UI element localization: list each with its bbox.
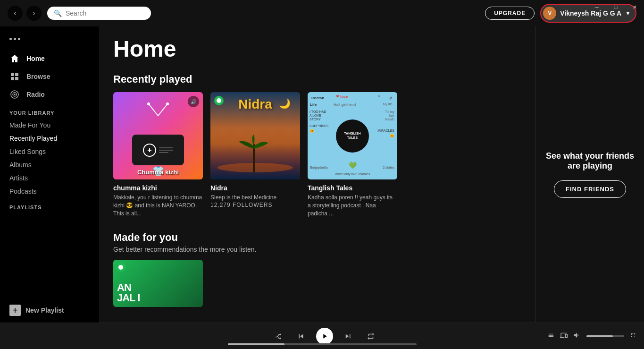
tag-lastbreath: last: [389, 114, 394, 117]
tag-speaker: 🔊: [389, 96, 393, 100]
nidra-title-art: Nidra: [238, 97, 272, 112]
tag-emoji2: 😊: [390, 134, 394, 138]
back-button[interactable]: ‹: [8, 6, 23, 21]
tag-life: Life: [310, 102, 317, 107]
shuffle-button[interactable]: [271, 329, 286, 344]
card-title-nidra: Nidra: [210, 184, 300, 192]
sidebar-item-albums[interactable]: Albums: [0, 158, 99, 171]
tanglish-center-text: TANGLISHTALES: [344, 132, 360, 140]
radio-lines: [159, 147, 173, 153]
search-bar[interactable]: 🔍: [47, 7, 151, 20]
card-followers-nidra: 12,279 FOLLOWERS: [210, 202, 300, 208]
chumma-kizhi-artwork: 👕 Chumma kizhi 🔊: [113, 92, 203, 179]
maximize-button[interactable]: □: [606, 0, 625, 14]
player-right-controls: [547, 332, 636, 341]
card-tanglish-tales[interactable]: Chetan ❤ love R... 🔊 Life Half girlfrien…: [308, 92, 397, 217]
avatar: V: [543, 7, 556, 20]
card-image-chumma-kizhi: 👕 Chumma kizhi 🔊: [113, 92, 203, 179]
sidebar-item-home-label: Home: [26, 55, 45, 62]
upgrade-button[interactable]: UPGRADE: [485, 7, 535, 20]
sidebar-item-browse[interactable]: Browse: [5, 68, 94, 85]
tanglish-center: TANGLISHTALES: [336, 119, 369, 153]
recently-played-cards: 👕 Chumma kizhi 🔊 chumma kizhi Makkale, y…: [113, 92, 521, 217]
progress-fill: [228, 343, 284, 345]
made-for-you-subtitle: Get better recommendations the more you …: [113, 246, 521, 253]
svg-point-9: [147, 102, 150, 105]
find-friends-button[interactable]: FIND FRIENDS: [554, 180, 626, 198]
tag-itoohard: I TOO HAD: [309, 110, 326, 113]
devices-icon[interactable]: [560, 332, 568, 341]
svg-line-8: [158, 104, 167, 116]
made-for-you-section: Made for you Get better recommendations …: [113, 231, 521, 307]
playlists-section-title: PLAYLISTS: [0, 198, 99, 213]
radio-icon: [9, 89, 20, 100]
card-chumma-kizhi[interactable]: 👕 Chumma kizhi 🔊 chumma kizhi Makkale, y…: [113, 92, 203, 217]
card-nidra[interactable]: 🌙 Nidra: [210, 92, 300, 217]
new-playlist-button[interactable]: + New Playlist: [0, 300, 99, 321]
tag-emoji1: 😊: [309, 129, 314, 133]
sidebar-item-made-for-you[interactable]: Made For You: [0, 119, 99, 132]
home-icon: [9, 53, 20, 64]
recently-played-title: Recently played: [113, 73, 521, 85]
svg-line-7: [149, 104, 158, 116]
sidebar-item-browse-label: Browse: [26, 73, 50, 80]
menu-dots[interactable]: [9, 38, 20, 40]
library-section-title: YOUR LIBRARY: [0, 103, 99, 119]
tag-love: ❤ love: [336, 94, 348, 99]
tag-2states: 2 states: [383, 166, 394, 169]
sidebar-item-artists[interactable]: Artists: [0, 171, 99, 185]
sidebar-item-radio-label: Radio: [26, 91, 45, 98]
right-panel: See what your friends are playing FIND F…: [535, 26, 644, 323]
close-button[interactable]: ✕: [625, 0, 644, 14]
svg-point-4: [11, 91, 18, 98]
fullscreen-icon[interactable]: [630, 332, 636, 340]
made-for-you-cards: ANJAL I: [113, 260, 521, 307]
radio-body: [132, 135, 184, 165]
svg-point-5: [13, 93, 17, 96]
sidebar-item-home[interactable]: Home: [5, 50, 94, 68]
topbar: ‹ › 🔍 UPGRADE V Vikneysh Raj G G A ▼: [0, 0, 644, 26]
volume-bar[interactable]: [586, 335, 624, 337]
queue-icon[interactable]: [547, 332, 554, 341]
repeat-button[interactable]: [363, 329, 378, 344]
progress-container: [204, 343, 440, 345]
svg-point-14: [118, 265, 123, 270]
next-button[interactable]: [341, 329, 356, 344]
made-card-letters: ANJAL I: [117, 282, 140, 303]
tag-chetan: Chetan: [311, 96, 324, 100]
svg-point-10: [166, 102, 169, 105]
forward-button[interactable]: ›: [26, 6, 42, 21]
nidra-artwork: 🌙 Nidra: [210, 92, 300, 179]
nav-arrows: ‹ ›: [8, 6, 42, 21]
search-input[interactable]: [66, 9, 146, 17]
new-playlist-label: New Playlist: [25, 306, 64, 314]
sidebar-item-liked-songs[interactable]: Liked Songs: [0, 145, 99, 158]
radio-circle: [143, 144, 156, 157]
previous-button[interactable]: [293, 329, 309, 344]
sidebar-item-radio[interactable]: Radio: [5, 85, 94, 103]
volume-icon[interactable]: [573, 332, 581, 341]
card-made-1[interactable]: ANJAL I: [113, 260, 203, 307]
minimize-button[interactable]: ─: [587, 0, 606, 14]
progress-bar[interactable]: [228, 343, 417, 345]
sidebar: Home Browse Radio YOUR LIBRARY Made F: [0, 26, 99, 323]
svg-rect-3: [15, 77, 18, 80]
sidebar-logo[interactable]: [0, 31, 99, 50]
play-button[interactable]: [316, 328, 333, 345]
tag-halfgf: Half girlfriend: [334, 102, 356, 107]
svg-rect-2: [11, 77, 14, 80]
sound-icon: 🔊: [188, 96, 199, 107]
sidebar-item-recently-played[interactable]: Recently Played: [0, 132, 99, 145]
made-card-image: ANJAL I: [113, 260, 203, 307]
tag-heart-green: 💚: [349, 162, 357, 169]
tag-story: STORY: [309, 118, 321, 121]
volume-fill: [586, 335, 613, 337]
browse-icon: [9, 71, 20, 82]
main-content: Home Recently played: [99, 26, 535, 323]
page-title: Home: [113, 36, 521, 62]
card-image-nidra: 🌙 Nidra: [210, 92, 300, 179]
sidebar-item-podcasts[interactable]: Podcasts: [0, 185, 99, 198]
player-bar: [0, 323, 644, 349]
player-controls: [102, 328, 547, 345]
tag-mylife: My life: [383, 102, 393, 106]
